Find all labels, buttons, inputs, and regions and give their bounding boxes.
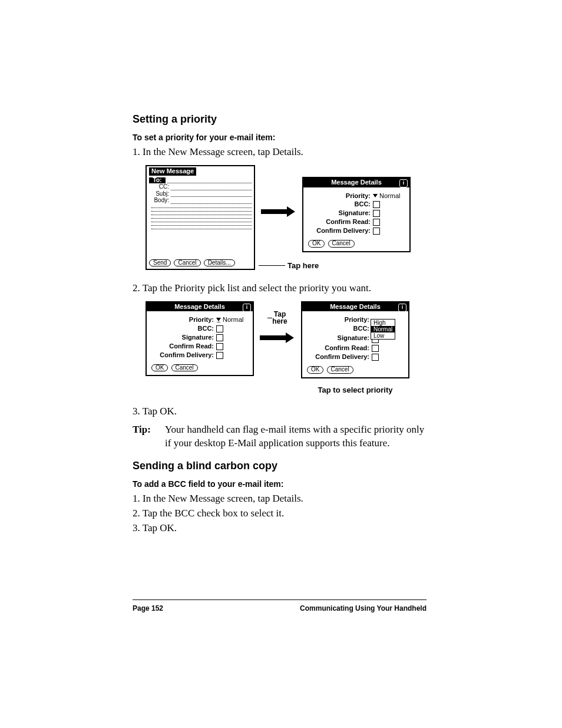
option-high[interactable]: High xyxy=(371,319,395,326)
checkbox-confirm-delivery[interactable] xyxy=(373,228,380,235)
priority-dropdown-open[interactable]: High Normal Low xyxy=(371,319,395,340)
checkbox-confirm-delivery[interactable] xyxy=(372,354,379,361)
checkbox-signature[interactable] xyxy=(216,334,223,341)
footer: Page 152 Communicating Using Your Handhe… xyxy=(133,599,427,613)
ok-button[interactable]: OK xyxy=(307,366,323,374)
send-button[interactable]: Send xyxy=(149,259,171,267)
field-label-cc: CC: xyxy=(149,184,171,190)
option-normal[interactable]: Normal xyxy=(371,326,395,332)
new-message-title: New Message xyxy=(149,167,196,176)
tip-label: Tip: xyxy=(133,423,165,450)
checkbox-confirm-delivery[interactable] xyxy=(216,352,223,359)
figure-2: Message Detailsi Priority:Normal BCC: Si… xyxy=(146,301,427,397)
ok-button[interactable]: OK xyxy=(308,240,325,248)
arrow-icon xyxy=(261,207,296,216)
screen-new-message: New Message To: CC: Subj: Body: Send Can… xyxy=(146,165,255,270)
cancel-button-dialog[interactable]: Cancel xyxy=(171,364,198,372)
dialog-message-details-1: Message Details i Priority:Normal BCC: S… xyxy=(302,177,411,252)
subhead-bcc: To add a BCC field to your e-mail item: xyxy=(133,479,427,490)
figure-1: New Message To: CC: Subj: Body: Send Can… xyxy=(146,165,427,270)
info-icon[interactable]: i xyxy=(398,304,406,312)
dialog-title: Message Details i xyxy=(303,178,409,187)
callout-tap-here: Tap here xyxy=(287,261,319,271)
step-1-1: 1. In the New Message screen, tap Detail… xyxy=(133,146,427,159)
info-icon[interactable]: i xyxy=(243,304,251,312)
cancel-button-dialog[interactable]: Cancel xyxy=(327,366,353,374)
field-label-to: To: xyxy=(149,177,166,184)
checkbox-confirm-read[interactable] xyxy=(373,219,380,226)
callout-tap-here-2: Taphere xyxy=(272,311,287,325)
label-bcc: BCC: xyxy=(308,201,373,208)
priority-value[interactable]: Normal xyxy=(379,193,400,200)
tip-body: Your handheld can flag e-mail items with… xyxy=(165,423,427,450)
input-body[interactable] xyxy=(171,198,252,204)
step-2-2: 2. Tap the BCC check box to select it. xyxy=(133,507,427,521)
checkbox-confirm-read[interactable] xyxy=(372,345,379,352)
callout-tap-select: Tap to select priority xyxy=(318,386,393,394)
dialog-message-details-3: Message Detailsi Priority: High Normal L… xyxy=(301,301,409,378)
callout-line xyxy=(259,265,285,266)
priority-value[interactable]: Normal xyxy=(223,317,243,324)
arrow-icon xyxy=(260,334,295,342)
input-subj[interactable] xyxy=(171,191,252,197)
step-1-3: 3. Tap OK. xyxy=(133,405,427,419)
checkbox-bcc[interactable] xyxy=(373,201,380,208)
page-number: Page 152 xyxy=(133,604,163,613)
option-low[interactable]: Low xyxy=(371,332,395,339)
heading-bcc: Sending a blind carbon copy xyxy=(133,459,427,473)
step-2-1: 1. In the New Message screen, tap Detail… xyxy=(133,492,427,506)
dialog-message-details-2: Message Detailsi Priority:Normal BCC: Si… xyxy=(146,301,254,377)
dropdown-icon[interactable] xyxy=(373,194,378,197)
cancel-button[interactable]: Cancel xyxy=(174,259,200,267)
label-confirm-delivery: Confirm Delivery: xyxy=(308,228,373,235)
ok-button[interactable]: OK xyxy=(151,364,168,372)
details-button[interactable]: Details... xyxy=(204,259,235,267)
field-label-body: Body: xyxy=(149,197,171,204)
dropdown-icon[interactable] xyxy=(216,318,221,322)
subhead-set-priority: To set a priority for your e-mail item: xyxy=(133,132,427,143)
label-signature: Signature: xyxy=(308,210,373,217)
input-to[interactable] xyxy=(167,177,252,183)
chapter-title: Communicating Using Your Handheld xyxy=(300,604,427,613)
info-icon[interactable]: i xyxy=(399,179,408,187)
step-2-3: 3. Tap OK. xyxy=(133,522,427,535)
field-label-subj: Subj: xyxy=(149,191,171,197)
tip: Tip: Your handheld can flag e-mail items… xyxy=(133,423,427,450)
checkbox-bcc[interactable] xyxy=(216,325,223,332)
checkbox-signature[interactable] xyxy=(373,210,380,217)
heading-setting-priority: Setting a priority xyxy=(133,112,427,126)
label-confirm-read: Confirm Read: xyxy=(308,219,373,226)
step-1-2: 2. Tap the Priority pick list and select… xyxy=(133,282,427,295)
label-priority: Priority: xyxy=(308,193,373,200)
cancel-button-dialog[interactable]: Cancel xyxy=(328,240,355,248)
page: Setting a priority To set a priority for… xyxy=(0,0,562,728)
input-cc[interactable] xyxy=(171,185,252,190)
checkbox-confirm-read[interactable] xyxy=(216,343,223,350)
